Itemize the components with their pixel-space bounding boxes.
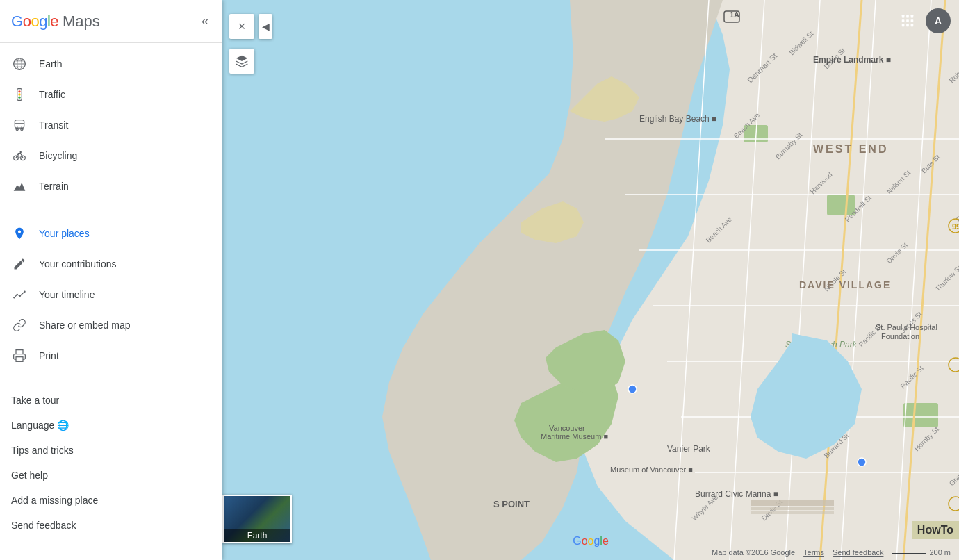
sidebar-item-your-contributions[interactable]: Your contributions [0, 249, 222, 279]
svg-rect-101 [906, 19, 909, 22]
pin-icon [11, 225, 28, 242]
svg-text:English Bay Beach ■: English Bay Beach ■ [639, 114, 716, 124]
earth-label: Earth [39, 58, 62, 69]
transit-label: Transit [39, 120, 68, 131]
sidebar-item-share-embed[interactable]: Share or embed map [0, 310, 222, 340]
svg-rect-32 [903, 403, 938, 427]
google-maps-logo: Google Maps [11, 13, 100, 31]
svg-rect-105 [911, 24, 914, 27]
svg-point-16 [21, 156, 26, 160]
svg-point-12 [21, 128, 23, 130]
svg-point-20 [19, 295, 22, 297]
svg-rect-98 [906, 15, 909, 18]
svg-text:Vancouver: Vancouver [549, 424, 585, 432]
sidebar-collapse-button[interactable]: « [199, 11, 211, 31]
svg-rect-94 [751, 500, 834, 506]
svg-text:Vanier Park: Vanier Park [667, 444, 711, 454]
sidebar-item-terrain[interactable]: Terrain [0, 171, 222, 201]
sidebar-item-your-timeline[interactable]: Your timeline [0, 279, 222, 310]
sidebar-item-send-feedback[interactable]: Send feedback [0, 513, 222, 538]
svg-point-6 [18, 90, 20, 92]
grid-icon [900, 13, 915, 28]
bottom-links-section: Search settings History [0, 549, 222, 560]
close-icon: × [238, 19, 246, 34]
text-links-section: Take a tour Language 🌐 Tips and tricks G… [0, 382, 222, 543]
svg-text:S POINT: S POINT [493, 499, 530, 509]
terms-link[interactable]: Terms [803, 548, 824, 557]
sidebar-item-take-tour[interactable]: Take a tour [0, 388, 222, 413]
svg-rect-102 [911, 19, 914, 22]
chevron-left-icon: ◀ [262, 21, 270, 32]
terrain-icon [11, 178, 28, 195]
svg-rect-95 [751, 507, 834, 510]
svg-point-19 [16, 294, 18, 296]
svg-text:DAVIE VILLAGE: DAVIE VILLAGE [799, 279, 891, 290]
svg-point-92 [858, 458, 866, 466]
sidebar-item-earth[interactable]: Earth [0, 49, 222, 79]
google-apps-button[interactable] [895, 8, 920, 33]
svg-rect-104 [906, 24, 909, 27]
map-area[interactable]: Denman St Bidwell St Davie St Beach Ave … [222, 0, 959, 560]
svg-rect-9 [15, 120, 24, 129]
sidebar-item-tips-tricks[interactable]: Tips and tricks [0, 438, 222, 463]
map-canvas: Denman St Bidwell St Davie St Beach Ave … [222, 0, 959, 560]
svg-text:99: 99 [952, 222, 959, 231]
map-bottom-bar: Map data ©2016 Google Terms Send feedbac… [222, 545, 959, 560]
bicycle-icon [11, 147, 28, 164]
sidebar: Google Maps « Earth Traffic Transit [0, 0, 222, 560]
sidebar-item-search-settings[interactable]: Search settings [0, 554, 222, 560]
map-collapse-button[interactable]: ◀ [259, 14, 272, 39]
svg-point-21 [24, 291, 26, 293]
svg-point-7 [18, 93, 20, 95]
send-feedback-link[interactable]: Send feedback [833, 548, 883, 557]
svg-text:Foundation: Foundation [881, 332, 919, 340]
svg-point-8 [18, 97, 20, 99]
svg-rect-103 [902, 24, 905, 27]
svg-rect-100 [902, 19, 905, 22]
transit-icon [11, 117, 28, 133]
svg-text:Museum of Vancouver ■: Museum of Vancouver ■ [610, 466, 693, 474]
print-label: Print [39, 350, 59, 361]
traffic-label: Traffic [39, 89, 65, 100]
svg-point-18 [13, 297, 15, 299]
your-contributions-label: Your contributions [39, 258, 117, 270]
sidebar-item-add-missing-place[interactable]: Add a missing place [0, 488, 222, 513]
share-embed-label: Share or embed map [39, 320, 131, 331]
print-icon [11, 347, 28, 364]
sidebar-header: Google Maps « [0, 0, 222, 43]
map-close-button[interactable]: × [229, 14, 254, 39]
scale-label: 200 m [929, 548, 951, 557]
sidebar-item-transit[interactable]: Transit [0, 110, 222, 140]
sidebar-item-bicycling[interactable]: Bicycling [0, 140, 222, 171]
map-data-label: Map data ©2016 Google [712, 548, 795, 557]
map-layers-section: Earth Traffic Transit Bicycling [0, 43, 222, 207]
logo-g-blue: G [11, 13, 23, 30]
howto-watermark: HowTo [912, 521, 959, 539]
sidebar-item-your-places[interactable]: Your places [0, 218, 222, 249]
sidebar-item-traffic[interactable]: Traffic [0, 79, 222, 110]
svg-text:WEST END: WEST END [813, 143, 888, 155]
logo-o-yellow: o [31, 13, 39, 30]
scale-line [892, 552, 926, 554]
sidebar-item-get-help[interactable]: Get help [0, 463, 222, 488]
svg-point-15 [14, 156, 19, 160]
account-initial: A [935, 15, 942, 26]
earth-thumbnail[interactable]: Earth [222, 495, 292, 543]
svg-rect-97 [902, 15, 905, 18]
svg-point-91 [628, 385, 637, 393]
top-right-controls: A [895, 8, 951, 33]
sidebar-item-language[interactable]: Language 🌐 [0, 413, 222, 438]
contributions-icon [11, 256, 28, 272]
logo-e-red: e [50, 13, 58, 30]
scale-bar: 200 m [892, 548, 951, 557]
account-button[interactable]: A [926, 8, 951, 33]
svg-text:Burrard Civic Marina ■: Burrard Civic Marina ■ [695, 489, 778, 499]
bicycling-label: Bicycling [39, 150, 77, 161]
maps-text: Maps [63, 13, 100, 31]
map-layer-toggle[interactable] [229, 49, 254, 74]
logo-o-red: o [23, 13, 31, 30]
svg-text:St. Paul's Hospital: St. Paul's Hospital [876, 323, 937, 331]
svg-text:Maritime Museum ■: Maritime Museum ■ [541, 432, 608, 440]
svg-rect-99 [911, 15, 914, 18]
sidebar-item-print[interactable]: Print [0, 340, 222, 371]
